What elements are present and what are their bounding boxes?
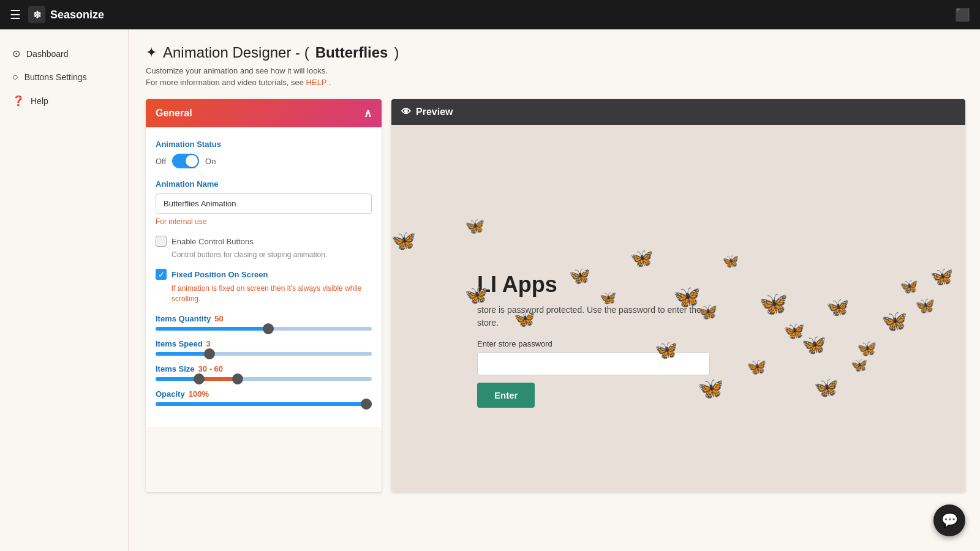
sidebar-item-dashboard-label: Dashboard	[26, 49, 69, 59]
opacity-label: Opacity	[156, 389, 185, 399]
butterfly-2: 🦋	[465, 217, 484, 236]
opacity-fill	[156, 402, 372, 406]
items-size-track	[156, 377, 372, 381]
sidebar: ⊙ Dashboard ○ Buttons Settings ❓ Help	[0, 29, 129, 551]
items-size-label-row: Items Size 30 - 60	[156, 364, 372, 373]
items-quantity-label-row: Items Quantity 50	[156, 314, 372, 323]
animation-name-label: Animation Name	[156, 179, 372, 189]
help-link[interactable]: HELP	[306, 78, 327, 87]
butterfly-8: 🦋	[759, 290, 788, 317]
items-size-thumb-right[interactable]	[232, 373, 243, 384]
butterfly-23: 🦋	[915, 296, 935, 315]
opacity-thumb[interactable]	[361, 399, 372, 410]
general-panel-body: Animation Status Off On Animation Name F…	[146, 127, 382, 427]
items-size-label: Items Size	[156, 364, 195, 373]
butterfly-12: 🦋	[857, 339, 876, 358]
general-panel: General ∧ Animation Status Off On Animat…	[146, 99, 382, 492]
panels-container: General ∧ Animation Status Off On Animat…	[146, 99, 965, 492]
subtitle-line1: Customize your animation and see how it …	[146, 66, 965, 75]
items-quantity-thumb[interactable]	[263, 323, 274, 334]
eye-icon: 👁	[401, 107, 411, 118]
items-size-section: Items Size 30 - 60	[156, 364, 372, 381]
butterfly-13: 🦋	[881, 309, 907, 333]
general-header-label: General	[156, 108, 192, 119]
items-quantity-track	[156, 327, 372, 331]
butterfly-4: 🦋	[630, 247, 653, 269]
butterfly-9: 🦋	[783, 321, 805, 341]
preview-password-input[interactable]	[477, 352, 710, 375]
main-content: ✦ Animation Designer - ( Butterflies ) C…	[129, 29, 980, 551]
title-bold: Butterflies	[315, 44, 388, 61]
items-speed-track	[156, 352, 372, 356]
chat-icon: 💬	[941, 512, 958, 528]
items-quantity-label: Items Quantity	[156, 314, 211, 323]
app-name: Seasonize	[50, 9, 104, 21]
items-speed-label-row: Items Speed 3	[156, 339, 372, 348]
chat-button[interactable]: 💬	[933, 504, 965, 536]
logo-icon: ❄	[28, 6, 45, 23]
main-layout: ⊙ Dashboard ○ Buttons Settings ❓ Help ✦ …	[0, 29, 980, 551]
preview-store-text: store is password protected. Use the pas…	[477, 304, 710, 329]
preview-header: 👁 Preview	[391, 99, 965, 125]
fixed-position-desc: If animation is fixed on screen then it'…	[172, 283, 372, 304]
items-quantity-section: Items Quantity 50	[156, 314, 372, 331]
page-title: ✦ Animation Designer - ( Butterflies )	[146, 44, 965, 61]
enable-control-checkbox-row[interactable]: Enable Control Buttons	[156, 236, 372, 247]
hamburger-icon[interactable]: ☰	[10, 7, 21, 22]
fixed-position-checkbox-row[interactable]: ✓ Fixed Position On Screen	[156, 269, 372, 280]
items-speed-section: Items Speed 3	[156, 339, 372, 356]
animation-status-toggle[interactable]	[172, 154, 199, 168]
butterfly-7: 🦋	[722, 253, 739, 269]
sidebar-item-help[interactable]: ❓ Help	[0, 89, 128, 113]
nav-settings-icon[interactable]: ⬛	[955, 7, 970, 22]
sidebar-item-dashboard[interactable]: ⊙ Dashboard	[0, 42, 128, 66]
items-quantity-fill	[156, 327, 268, 331]
items-speed-value: 3	[206, 339, 211, 348]
opacity-section: Opacity 100%	[156, 389, 372, 406]
items-speed-label: Items Speed	[156, 339, 203, 348]
subtitle-line2: For more information and video tutorials…	[146, 78, 965, 87]
enable-control-checkbox[interactable]	[156, 236, 167, 247]
items-size-thumb-left[interactable]	[194, 373, 205, 384]
enable-control-label: Enable Control Buttons	[172, 237, 254, 246]
butterfly-19: 🦋	[747, 358, 766, 377]
butterfly-21: 🦋	[851, 358, 867, 373]
help-icon: ❓	[12, 95, 24, 107]
dashboard-icon: ⊙	[12, 48, 20, 59]
items-speed-thumb[interactable]	[204, 348, 215, 359]
toggle-row: Off On	[156, 154, 372, 168]
butterfly-14: 🦋	[900, 278, 918, 295]
fixed-position-checkbox[interactable]: ✓	[156, 269, 167, 280]
opacity-value: 100%	[189, 389, 209, 399]
sidebar-item-buttons-settings[interactable]: ○ Buttons Settings	[0, 66, 128, 89]
butterfly-20: 🦋	[814, 376, 839, 399]
opacity-label-row: Opacity 100%	[156, 389, 372, 399]
top-nav: ☰ ❄ Seasonize ⬛	[0, 0, 980, 29]
title-prefix: Animation Designer - (	[163, 44, 309, 61]
preview-body: LI Apps store is password protected. Use…	[391, 125, 965, 492]
butterfly-1: 🦋	[391, 229, 416, 252]
toggle-on-label: On	[205, 157, 216, 166]
wand-icon: ✦	[146, 45, 157, 61]
preview-panel: 👁 Preview LI Apps store is password prot…	[391, 99, 965, 492]
title-suffix: )	[394, 44, 399, 61]
animation-name-hint: For internal use	[156, 217, 372, 226]
preview-header-label: Preview	[416, 107, 453, 118]
opacity-track	[156, 402, 372, 406]
animation-status-label: Animation Status	[156, 140, 372, 149]
buttons-settings-icon: ○	[12, 72, 18, 83]
items-speed-fill	[156, 352, 209, 356]
preview-store-title: LI Apps	[477, 272, 710, 298]
preview-enter-button[interactable]: Enter	[477, 383, 535, 408]
chevron-up-icon: ∧	[364, 107, 372, 120]
butterfly-10: 🦋	[802, 333, 826, 356]
preview-content: LI Apps store is password protected. Use…	[477, 272, 710, 408]
general-panel-header[interactable]: General ∧	[146, 99, 382, 127]
sidebar-item-buttons-label: Buttons Settings	[24, 72, 87, 82]
items-size-value: 30 - 60	[198, 364, 223, 373]
butterfly-11: 🦋	[826, 296, 849, 318]
animation-name-input[interactable]	[156, 193, 372, 214]
fixed-position-label: Fixed Position On Screen	[172, 270, 268, 279]
toggle-off-label: Off	[156, 157, 166, 166]
enable-control-desc: Control buttons for closing or stoping a…	[172, 250, 372, 259]
